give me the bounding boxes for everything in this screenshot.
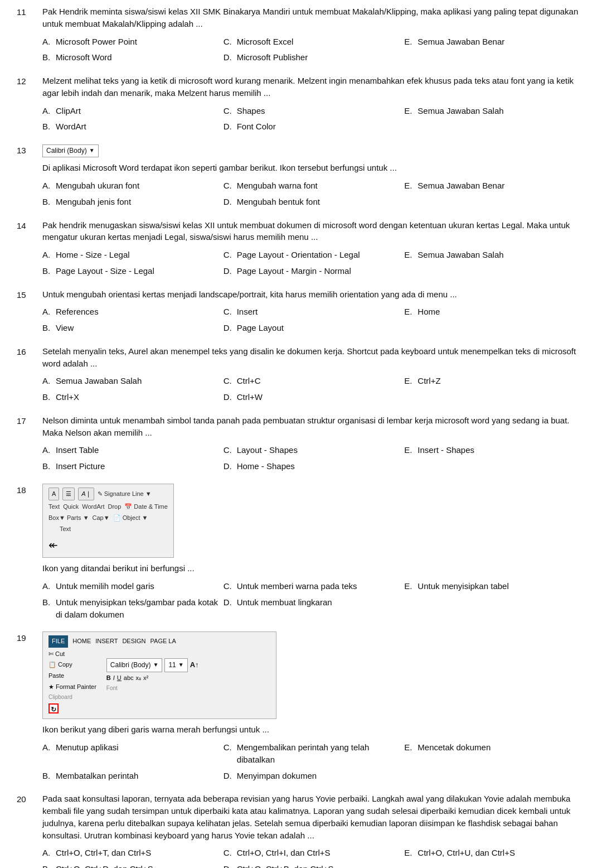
- opt-label: E.: [404, 306, 414, 318]
- rb-design: DESIGN: [122, 636, 145, 647]
- opt-text: Microsoft Word: [56, 51, 112, 64]
- option-20-D: D.Ctrl+O, Ctrl+B, dan Ctrl+S: [224, 862, 405, 868]
- question-number-14: 14: [17, 219, 37, 278]
- option-17-C: C.Layout - Shapes: [224, 443, 405, 457]
- opt-label: A.: [42, 375, 52, 387]
- option-19-A: A.Menutup aplikasi: [42, 740, 224, 767]
- opt-text: Font Color: [237, 120, 276, 133]
- option-14-E: E.Semua Jawaban Salah: [404, 248, 585, 262]
- opt-label: D.: [224, 51, 234, 64]
- opt-label: D.: [224, 596, 234, 621]
- opt-text: Home - Size - Legal: [56, 249, 130, 261]
- option-20-C: C.Ctrl+O, Ctrl+I, dan Ctrl+S: [224, 846, 405, 860]
- opt-text: Page Layout - Size - Legal: [56, 265, 154, 277]
- question-number-17: 17: [17, 414, 37, 474]
- option-17-A: A.Insert Table: [42, 443, 224, 457]
- opt-label: B.: [42, 322, 52, 334]
- opt-text: Untuk menyisipkan teks/gambar pada kotak…: [56, 596, 224, 621]
- tb-text-label: Text: [48, 502, 60, 512]
- opt-text: WordArt: [56, 120, 86, 133]
- opt-label: C.: [224, 249, 234, 261]
- option-14-C: C.Page Layout - Orientation - Legal: [224, 248, 405, 262]
- option-12-D: D.Font Color: [224, 119, 405, 134]
- opt-label: C.: [224, 444, 234, 456]
- opt-text: Semua Jawaban Salah: [417, 105, 503, 117]
- opt-text: Untuk membuat lingkaran: [237, 596, 332, 621]
- opt-text: Ctrl+O, Ctrl+U, dan Ctrl+S: [417, 847, 515, 859]
- option-15-E: E.Home: [404, 305, 585, 319]
- opt-label: A.: [42, 580, 52, 592]
- tb-object: 📄 Object ▼: [113, 513, 148, 523]
- rb-undo-red: ↻: [48, 703, 59, 713]
- opt-label: A.: [42, 741, 52, 766]
- option-11-E: E.Semua Jawaban Benar: [404, 35, 585, 49]
- opt-label: A.: [42, 36, 52, 48]
- question-13: 13Calibri (Body) ▼Di aplikasi Microsoft …: [17, 144, 585, 209]
- opt-text: Insert Picture: [56, 460, 105, 472]
- question-number-13: 13: [17, 144, 37, 209]
- opt-text: Ctrl+C: [237, 375, 261, 387]
- tb-datetime: 📅 Date & Time: [124, 502, 168, 512]
- question-text-20: Pada saat konsultasi laporan, ternyata a…: [42, 793, 585, 841]
- rb-sup: x²: [143, 673, 148, 683]
- opt-text: Home - Shapes: [237, 460, 295, 472]
- opt-text: Insert: [237, 306, 258, 318]
- opt-label: A.: [42, 306, 52, 318]
- opt-text: Page Layout - Orientation - Legal: [237, 249, 360, 261]
- opt-text: References: [56, 306, 99, 318]
- opt-label: D.: [224, 196, 234, 208]
- opt-text: Semua Jawaban Salah: [417, 249, 503, 261]
- opt-label: D.: [224, 120, 234, 133]
- tb-list: ☰: [62, 488, 75, 501]
- opt-label: A.: [42, 847, 52, 859]
- opt-label: B.: [42, 863, 52, 868]
- question-20: 20Pada saat konsultasi laporan, ternyata…: [17, 793, 585, 868]
- option-11-C: C.Microsoft Excel: [224, 35, 405, 49]
- rb-sub: x₂: [136, 673, 142, 683]
- opt-text: Ctrl+O, Ctrl+D, dan Ctrl+S: [56, 863, 153, 868]
- opt-text: Page Layout - Margin - Normal: [237, 265, 351, 277]
- option-17-B: B.Insert Picture: [42, 459, 224, 474]
- opt-label: C.: [224, 105, 234, 117]
- rb-file: FILE: [48, 635, 68, 648]
- opt-text: Ctrl+O, Ctrl+I, dan Ctrl+S: [237, 847, 331, 859]
- opt-label: C.: [224, 580, 234, 592]
- option-16-B: B.Ctrl+X: [42, 390, 224, 404]
- ribbon-image-19: FILE HOME INSERT DESIGN PAGE LA ✄ Cut 📋 …: [42, 631, 276, 719]
- option-18-C: C.Untuk memberi warna pada teks: [224, 579, 405, 594]
- question-14: 14Pak hendrik menugaskan siswa/siswi kel…: [17, 219, 585, 278]
- opt-text: Mencetak dokumen: [417, 741, 491, 766]
- rb-bold: B: [106, 673, 111, 683]
- question-number-19: 19: [17, 631, 37, 783]
- opt-label: B.: [42, 770, 52, 782]
- option-17-D: D.Home - Shapes: [224, 459, 405, 474]
- opt-label: B.: [42, 391, 52, 403]
- opt-text: Insert Table: [56, 444, 99, 456]
- opt-label: B.: [42, 196, 52, 208]
- opt-text: Untuk memberi warna pada teks: [237, 580, 357, 592]
- opt-text: Semua Jawaban Benar: [417, 180, 504, 192]
- opt-text: Untuk menyisipkan tabel: [417, 580, 508, 592]
- option-18-A: A.Untuk memilih model garis: [42, 579, 224, 594]
- opt-label: D.: [224, 770, 234, 782]
- opt-text: Menutup aplikasi: [56, 741, 119, 766]
- question-18: 18 A ☰ A❘ ✎ Signature Line ▼ Text Quick …: [17, 484, 585, 621]
- opt-label: C.: [224, 306, 234, 318]
- option-13-A: A.Mengubah ukuran font: [42, 179, 224, 193]
- question-17: 17Nelson diminta untuk menambah simbol t…: [17, 414, 585, 474]
- opt-label: E.: [404, 249, 414, 261]
- opt-text: Ctrl+Z: [417, 375, 440, 387]
- opt-label: B.: [42, 51, 52, 64]
- opt-text: Ctrl+X: [56, 391, 79, 403]
- opt-label: C.: [224, 847, 234, 859]
- opt-text: Microsoft Excel: [237, 36, 294, 48]
- opt-label: B.: [42, 460, 52, 472]
- opt-label: B.: [42, 120, 52, 133]
- opt-label: C.: [224, 36, 234, 48]
- rb-paste: Paste: [48, 671, 64, 681]
- rb-fontagrow: A↑: [190, 659, 199, 671]
- opt-label: E.: [404, 180, 414, 192]
- rb-copy: 📋 Copy: [48, 660, 72, 670]
- option-14-A: A.Home - Size - Legal: [42, 248, 224, 262]
- question-16: 16Setelah menyalin teks, Aurel akan mene…: [17, 345, 585, 404]
